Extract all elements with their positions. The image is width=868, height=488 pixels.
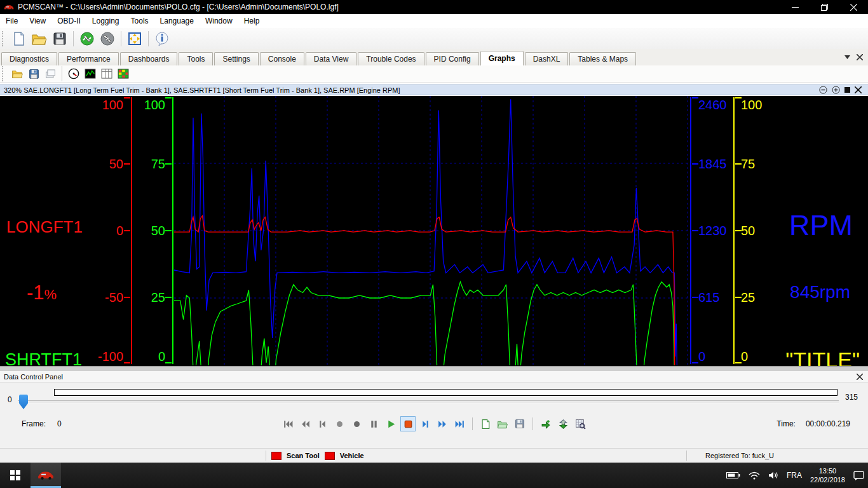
inspect-data-icon xyxy=(575,419,586,430)
graph-stop-button[interactable] xyxy=(844,87,850,93)
inspect-data-button[interactable] xyxy=(573,416,588,431)
skip-start-button[interactable] xyxy=(280,416,295,431)
tab-tools[interactable]: Tools xyxy=(179,52,213,65)
skip-start-icon xyxy=(283,419,294,430)
skip-end-button[interactable] xyxy=(452,416,467,431)
fast-forward-button[interactable] xyxy=(435,416,450,431)
restore-button[interactable] xyxy=(810,0,839,14)
menu-item-tools[interactable]: Tools xyxy=(125,15,154,27)
pause-button[interactable] xyxy=(366,416,381,431)
gauges-view-button[interactable] xyxy=(66,67,81,81)
tab-data-view[interactable]: Data View xyxy=(306,52,356,65)
open-file-button[interactable] xyxy=(30,30,49,48)
minimize-button[interactable] xyxy=(780,0,810,14)
graph-title-bar: 320% SAE.LONGFT1 [Long Term Fuel Trim - … xyxy=(0,85,868,95)
disconnect-icon xyxy=(100,31,115,46)
tab-graphs[interactable]: Graphs xyxy=(480,51,524,65)
menu-item-help[interactable]: Help xyxy=(238,15,266,27)
menu-item-view[interactable]: View xyxy=(24,15,51,27)
axis-tick-mark xyxy=(165,230,172,231)
save-file-button[interactable] xyxy=(50,30,69,48)
volume-icon[interactable] xyxy=(768,471,778,480)
axis-tick-mark xyxy=(692,163,698,165)
zoom-out-icon xyxy=(819,86,827,94)
tab-tables-maps[interactable]: Tables & Maps xyxy=(569,52,636,65)
fit-window-button[interactable] xyxy=(125,30,144,48)
snapshot-button[interactable] xyxy=(349,416,364,431)
map-view-button[interactable] xyxy=(116,67,131,81)
connect-button[interactable] xyxy=(78,30,97,48)
new-file-button[interactable] xyxy=(10,30,29,48)
close-button[interactable] xyxy=(839,0,868,14)
data-control-panel-header: Data Control Panel xyxy=(0,371,868,383)
chart-plot[interactable] xyxy=(174,96,689,365)
action-center-icon[interactable] xyxy=(853,471,864,480)
language-indicator[interactable]: FRA xyxy=(787,471,802,480)
graph-zoom-in-button[interactable] xyxy=(832,86,840,94)
graph-view-button[interactable] xyxy=(83,67,98,81)
tab-dashboards[interactable]: Dashboards xyxy=(120,52,178,65)
taskbar-clock[interactable]: 13:50 22/02/2018 xyxy=(810,466,845,484)
frame-slider-track[interactable] xyxy=(18,400,839,404)
tab-pid-config[interactable]: PID Config xyxy=(426,52,479,65)
export-data-button[interactable] xyxy=(555,416,571,431)
colored-map-icon xyxy=(118,69,129,79)
slider-min-label: 0 xyxy=(8,395,12,404)
axis-tick-mark xyxy=(165,297,172,298)
time-value: 00:00:00.219 xyxy=(806,419,850,428)
axis-tick-label: 50 xyxy=(130,224,165,237)
save-log-button[interactable] xyxy=(512,416,527,431)
battery-icon[interactable] xyxy=(726,471,740,479)
open-log-button[interactable] xyxy=(495,416,510,431)
info-button[interactable] xyxy=(153,30,172,48)
axis-tick-label: 100 xyxy=(130,98,165,111)
start-button[interactable] xyxy=(0,463,31,488)
new-log-button[interactable] xyxy=(478,416,493,431)
wifi-icon[interactable] xyxy=(749,471,760,480)
pcmscan-taskbar-button[interactable] xyxy=(31,463,61,488)
graph-zoom-out-button[interactable] xyxy=(819,86,827,94)
menu-item-language[interactable]: Language xyxy=(154,15,200,27)
rewind-button[interactable] xyxy=(297,416,313,431)
data-control-panel: Data Control Panel 0 315 Frame: 0 Time: … xyxy=(0,371,868,448)
axis-tick-label: 75 xyxy=(741,158,780,170)
graph-area: LONGFT1 -1% SHRTFT1 24% 100500-50-100 10… xyxy=(0,96,868,366)
step-back-button[interactable] xyxy=(315,416,330,431)
disconnect-button[interactable] xyxy=(98,30,117,48)
tab-settings[interactable]: Settings xyxy=(214,52,258,65)
menu-item-window[interactable]: Window xyxy=(200,15,238,27)
axis-tick-label: 75 xyxy=(130,158,165,170)
gauge-icon xyxy=(68,68,79,79)
close-icon xyxy=(855,86,862,93)
play-button[interactable] xyxy=(383,416,398,431)
tab-diagnostics[interactable]: Diagnostics xyxy=(1,52,57,65)
export-button[interactable] xyxy=(43,67,58,81)
window-title: PCMSCAN™ - C:\Users\Admin\Documents\POLO… xyxy=(18,3,339,11)
data-control-panel-close-button[interactable] xyxy=(857,374,863,380)
tab-trouble-codes[interactable]: Trouble Codes xyxy=(358,52,424,65)
axis-tick-mark xyxy=(692,297,698,298)
open-folder-icon xyxy=(11,69,24,79)
graph-close-button[interactable] xyxy=(855,86,862,93)
tab-dashxl[interactable]: DashXL xyxy=(525,52,569,65)
stop-button[interactable] xyxy=(400,416,416,431)
step-back-icon xyxy=(317,419,328,430)
tab-close-button[interactable] xyxy=(857,54,863,60)
menu-item-logging[interactable]: Logging xyxy=(86,15,125,27)
record-button[interactable] xyxy=(332,416,347,431)
scan-tool-status-indicator xyxy=(271,452,281,460)
tab-console[interactable]: Console xyxy=(260,52,304,65)
tab-performance[interactable]: Performance xyxy=(58,52,119,65)
step-forward-button[interactable] xyxy=(417,416,433,431)
tab-overflow-button[interactable] xyxy=(844,55,850,59)
graph-title-placeholder: "TITLE" xyxy=(785,348,860,366)
menu-item-obd-ii[interactable]: OBD-II xyxy=(51,15,86,27)
frame-slider-thumb[interactable] xyxy=(19,395,28,409)
open-graph-button[interactable] xyxy=(10,67,25,81)
save-graph-button[interactable] xyxy=(26,67,41,81)
table-view-button[interactable] xyxy=(99,67,114,81)
add-bookmark-button[interactable] xyxy=(538,416,553,431)
time-label: Time: xyxy=(776,419,796,428)
menu-item-file[interactable]: File xyxy=(0,15,24,27)
add-bookmark-icon xyxy=(541,419,552,430)
